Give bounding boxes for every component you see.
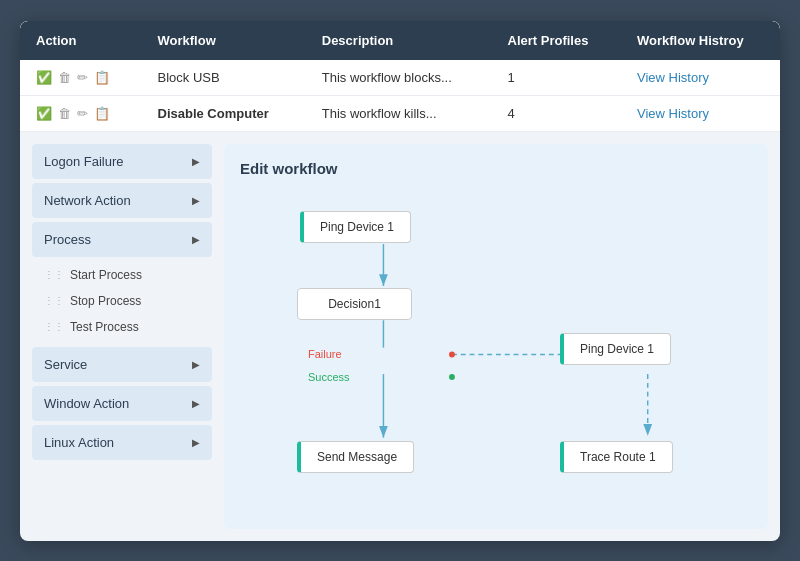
sidebar-item-label: Service [44, 357, 87, 372]
chevron-right-icon: ▶ [192, 156, 200, 167]
node-ping-device-1-top[interactable]: Ping Device 1 [300, 211, 411, 243]
col-action: Action [20, 21, 142, 60]
row-actions: ✅ 🗑 ✏ 📋 [20, 95, 142, 131]
edit-icon[interactable]: ✏ [77, 106, 88, 121]
col-description: Description [306, 21, 492, 60]
process-subitems: ⋮⋮ Start Process ⋮⋮ Stop Process ⋮⋮ Test… [32, 261, 212, 343]
view-history-link[interactable]: View History [637, 106, 709, 121]
node-label: Ping Device 1 [320, 220, 394, 234]
drag-icon: ⋮⋮ [44, 295, 64, 306]
enable-icon[interactable]: ✅ [36, 70, 52, 85]
subitem-stop-process[interactable]: ⋮⋮ Stop Process [32, 289, 212, 313]
sidebar-item-label: Process [44, 232, 91, 247]
edit-icon[interactable]: ✏ [77, 70, 88, 85]
row-description: This workflow blocks... [306, 60, 492, 96]
col-workflow-history: Workflow Histroy [621, 21, 780, 60]
row-alert-profiles: 4 [492, 95, 621, 131]
sidebar-item-process[interactable]: Process ▶ [32, 222, 212, 257]
bottom-section: Logon Failure ▶ Network Action ▶ Process… [20, 132, 780, 541]
sidebar-item-label: Logon Failure [44, 154, 124, 169]
subitem-label: Start Process [70, 268, 142, 282]
subitem-start-process[interactable]: ⋮⋮ Start Process [32, 263, 212, 287]
delete-icon[interactable]: 🗑 [58, 70, 71, 85]
sidebar-item-linux-action[interactable]: Linux Action ▶ [32, 425, 212, 460]
node-label: Send Message [317, 450, 397, 464]
node-trace-route[interactable]: Trace Route 1 [560, 441, 673, 473]
main-container: Action Workflow Description Alert Profil… [20, 21, 780, 541]
workflow-canvas[interactable]: Ping Device 1 Decision1 Failure Success … [240, 193, 752, 516]
node-label: Ping Device 1 [580, 342, 654, 356]
node-decision1[interactable]: Decision1 [297, 288, 412, 320]
table-section: Action Workflow Description Alert Profil… [20, 21, 780, 132]
node-ping-device-1-right[interactable]: Ping Device 1 [560, 333, 671, 365]
row-description: This workflow kills... [306, 95, 492, 131]
subitem-test-process[interactable]: ⋮⋮ Test Process [32, 315, 212, 339]
view-history-link[interactable]: View History [637, 70, 709, 85]
node-label: Trace Route 1 [580, 450, 656, 464]
workflow-title: Edit workflow [240, 160, 752, 177]
sidebar-item-service[interactable]: Service ▶ [32, 347, 212, 382]
row-alert-profiles: 1 [492, 60, 621, 96]
subitem-label: Test Process [70, 320, 139, 334]
drag-icon: ⋮⋮ [44, 321, 64, 332]
chevron-right-icon: ▶ [192, 195, 200, 206]
enable-icon[interactable]: ✅ [36, 106, 52, 121]
node-send-message[interactable]: Send Message [297, 441, 414, 473]
sidebar-item-logon-failure[interactable]: Logon Failure ▶ [32, 144, 212, 179]
subitem-label: Stop Process [70, 294, 141, 308]
chevron-right-icon: ▶ [192, 359, 200, 370]
row-workflow: Disable Computer [142, 95, 306, 131]
row-view-history[interactable]: View History [621, 60, 780, 96]
table-row: ✅ 🗑 ✏ 📋 Disable Computer This workflow k… [20, 95, 780, 131]
svg-point-5 [449, 351, 455, 357]
sidebar-item-network-action[interactable]: Network Action ▶ [32, 183, 212, 218]
sidebar: Logon Failure ▶ Network Action ▶ Process… [32, 144, 212, 529]
table-row: ✅ 🗑 ✏ 📋 Block USB This workflow blocks..… [20, 60, 780, 96]
failure-label: Failure [308, 348, 342, 360]
drag-icon: ⋮⋮ [44, 269, 64, 280]
row-view-history[interactable]: View History [621, 95, 780, 131]
row-actions: ✅ 🗑 ✏ 📋 [20, 60, 142, 96]
workflows-table: Action Workflow Description Alert Profil… [20, 21, 780, 132]
chevron-right-icon: ▶ [192, 398, 200, 409]
delete-icon[interactable]: 🗑 [58, 106, 71, 121]
node-label: Decision1 [328, 297, 381, 311]
chevron-right-icon: ▶ [192, 437, 200, 448]
workflow-editor: Edit workflow [224, 144, 768, 529]
sidebar-item-label: Linux Action [44, 435, 114, 450]
col-alert-profiles: Alert Profiles [492, 21, 621, 60]
col-workflow: Workflow [142, 21, 306, 60]
sidebar-item-label: Window Action [44, 396, 129, 411]
svg-point-7 [449, 374, 455, 380]
chevron-right-icon: ▶ [192, 234, 200, 245]
copy-icon[interactable]: 📋 [94, 70, 110, 85]
sidebar-item-window-action[interactable]: Window Action ▶ [32, 386, 212, 421]
success-label: Success [308, 371, 350, 383]
row-workflow: Block USB [142, 60, 306, 96]
copy-icon[interactable]: 📋 [94, 106, 110, 121]
sidebar-item-label: Network Action [44, 193, 131, 208]
